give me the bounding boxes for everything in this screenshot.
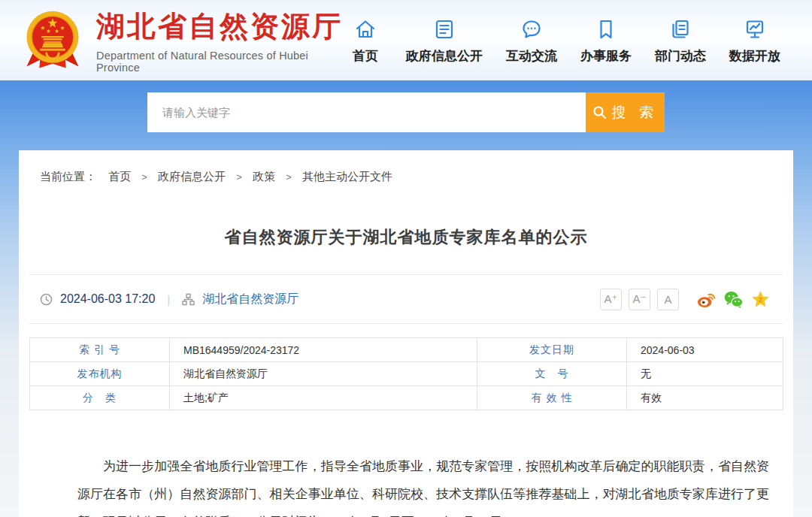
breadcrumb-separator: > xyxy=(236,171,242,183)
nav-label-interaction: 互动交流 xyxy=(506,47,557,65)
national-emblem-logo xyxy=(21,9,84,72)
search-button-label: 搜 索 xyxy=(612,103,658,122)
meta-value-issue-date: 2024-06-03 xyxy=(627,338,783,362)
sitemap-icon xyxy=(182,293,195,306)
bookmark-icon xyxy=(595,17,617,41)
article-source-link[interactable]: 湖北省自然资源厅 xyxy=(202,292,298,307)
wechat-icon[interactable] xyxy=(723,289,744,310)
meta-value-validity: 有效 xyxy=(627,386,783,410)
font-size-decrease-button[interactable]: A⁻ xyxy=(629,289,650,310)
table-row: 索 引 号 MB1644959/2024-23172 发文日期 2024-06-… xyxy=(30,338,783,362)
clock-icon xyxy=(40,293,53,306)
breadcrumb-item-gov-info[interactable]: 政府信息公开 xyxy=(158,170,226,183)
breadcrumb-item-policy[interactable]: 政策 xyxy=(253,170,275,183)
table-row: 发布机构 湖北省自然资源厅 文 号 无 xyxy=(30,362,783,386)
article-body-paragraph: 为进一步加强全省地质行业管理工作，指导全省地质事业，规范专家管理，按照机构改革后… xyxy=(77,452,769,517)
breadcrumb-label: 当前位置： xyxy=(40,170,96,183)
data-monitor-icon xyxy=(744,17,766,41)
meta-label-issuing-agency: 发布机构 xyxy=(30,362,170,386)
site-header: 湖北省自然资源厅 Department of Natural Resources… xyxy=(0,0,812,80)
page-background: 搜 索 当前位置： 首页 > 政府信息公开 > 政策 > 其他主动公开文件 省自… xyxy=(0,80,812,517)
weibo-icon[interactable] xyxy=(696,289,717,310)
pages-icon xyxy=(669,17,692,41)
site-title: 湖北省自然资源厅 xyxy=(96,8,348,46)
breadcrumb-separator: > xyxy=(141,171,147,183)
home-icon xyxy=(354,17,377,41)
magnifier-icon xyxy=(592,105,607,119)
breadcrumb-item-other-public-docs[interactable]: 其他主动公开文件 xyxy=(302,170,392,183)
meta-label-document-number: 文 号 xyxy=(477,362,627,386)
breadcrumb-item-home[interactable]: 首页 xyxy=(108,170,131,183)
site-subtitle: Department of Natural Resources of Hubei… xyxy=(96,50,348,74)
meta-value-document-number: 无 xyxy=(627,362,783,386)
nav-item-home[interactable]: 首页 xyxy=(348,17,383,65)
meta-value-index-number: MB1644959/2024-23172 xyxy=(170,338,477,362)
meta-label-category: 分 类 xyxy=(30,386,170,410)
favorite-star-icon[interactable]: z xyxy=(750,289,771,310)
nav-label-home: 首页 xyxy=(353,47,378,65)
meta-separator: | xyxy=(167,293,170,306)
nav-item-interaction[interactable]: 互动交流 xyxy=(506,17,557,65)
nav-label-gov-info: 政府信息公开 xyxy=(406,47,483,65)
chat-bubble-icon xyxy=(520,17,543,41)
site-brand[interactable]: 湖北省自然资源厅 Department of Natural Resources… xyxy=(21,8,348,74)
meta-value-issuing-agency: 湖北省自然资源厅 xyxy=(170,362,477,386)
meta-label-issue-date: 发文日期 xyxy=(477,338,627,362)
nav-label-services: 办事服务 xyxy=(580,47,632,65)
nav-label-open-data: 数据开放 xyxy=(729,47,780,65)
search-input[interactable] xyxy=(147,92,586,132)
font-size-increase-button[interactable]: A⁺ xyxy=(600,289,622,310)
meta-label-index-number: 索 引 号 xyxy=(30,338,170,362)
nav-item-open-data[interactable]: 数据开放 xyxy=(729,17,780,65)
font-size-reset-button[interactable]: A xyxy=(657,289,679,310)
article-meta-bar: 2024-06-03 17:20 | 湖北省自然资源厅 A⁺ A⁻ A xyxy=(29,275,783,323)
search-bar: 搜 索 xyxy=(147,92,665,132)
publish-time: 2024-06-03 17:20 xyxy=(60,292,155,306)
search-button[interactable]: 搜 索 xyxy=(586,92,665,132)
breadcrumb-separator: > xyxy=(286,171,292,183)
document-meta-table: 索 引 号 MB1644959/2024-23172 发文日期 2024-06-… xyxy=(29,337,783,410)
nav-item-department-news[interactable]: 部门动态 xyxy=(655,17,706,65)
article-title: 省自然资源厅关于湖北省地质专家库名单的公示 xyxy=(29,226,783,249)
article-card: 当前位置： 首页 > 政府信息公开 > 政策 > 其他主动公开文件 省自然资源厅… xyxy=(19,150,793,517)
document-icon xyxy=(433,17,456,41)
divider xyxy=(29,323,783,324)
breadcrumb: 当前位置： 首页 > 政府信息公开 > 政策 > 其他主动公开文件 xyxy=(29,150,783,184)
nav-item-services[interactable]: 办事服务 xyxy=(580,17,632,65)
table-row: 分 类 土地;矿产 有 效 性 有效 xyxy=(30,386,783,410)
meta-value-category: 土地;矿产 xyxy=(170,386,477,410)
main-nav: 首页 政府信息公开 互动交流 xyxy=(348,17,812,65)
nav-item-gov-info[interactable]: 政府信息公开 xyxy=(406,17,483,65)
nav-label-department-news: 部门动态 xyxy=(655,47,706,65)
meta-label-validity: 有 效 性 xyxy=(477,386,627,410)
svg-text:z: z xyxy=(759,295,762,304)
